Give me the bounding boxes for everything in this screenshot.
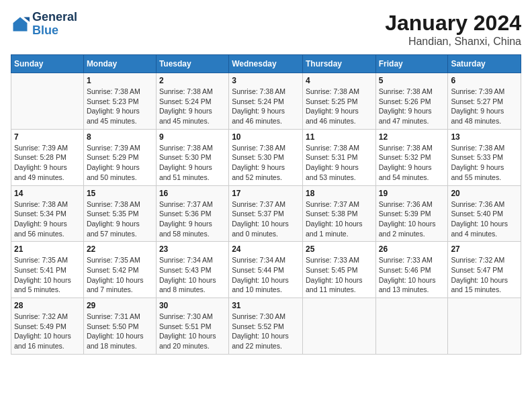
logo-icon [11, 15, 30, 34]
day-info: Sunrise: 7:31 AMSunset: 5:50 PMDaylight:… [87, 312, 153, 351]
day-number: 22 [87, 244, 153, 254]
day-number: 9 [159, 132, 226, 142]
calendar-cell: 3Sunrise: 7:38 AMSunset: 5:24 PMDaylight… [229, 73, 303, 130]
logo-text: General Blue [32, 11, 77, 38]
calendar-cell: 14Sunrise: 7:38 AMSunset: 5:34 PMDayligh… [11, 185, 84, 242]
day-info: Sunrise: 7:32 AMSunset: 5:49 PMDaylight:… [14, 312, 81, 351]
day-number: 26 [379, 244, 445, 254]
calendar-cell: 27Sunrise: 7:32 AMSunset: 5:47 PMDayligh… [448, 242, 521, 298]
calendar-table: Sunday Monday Tuesday Wednesday Thursday… [11, 54, 521, 355]
day-number: 19 [379, 189, 445, 198]
day-number: 4 [306, 76, 373, 85]
day-number: 24 [232, 244, 300, 254]
day-number: 10 [232, 132, 300, 142]
calendar-cell [375, 298, 448, 355]
day-number: 15 [87, 189, 153, 198]
day-info: Sunrise: 7:38 AMSunset: 5:30 PMDaylight:… [232, 143, 300, 183]
calendar-cell: 2Sunrise: 7:38 AMSunset: 5:24 PMDaylight… [156, 73, 228, 130]
day-info: Sunrise: 7:34 AMSunset: 5:43 PMDaylight:… [159, 255, 226, 295]
calendar-cell: 9Sunrise: 7:38 AMSunset: 5:30 PMDaylight… [156, 129, 228, 185]
week-row-5: 28Sunrise: 7:32 AMSunset: 5:49 PMDayligh… [11, 298, 521, 355]
calendar-cell: 19Sunrise: 7:36 AMSunset: 5:39 PMDayligh… [375, 185, 448, 242]
calendar-cell: 17Sunrise: 7:37 AMSunset: 5:37 PMDayligh… [229, 185, 303, 242]
day-info: Sunrise: 7:37 AMSunset: 5:38 PMDaylight:… [306, 199, 373, 239]
day-info: Sunrise: 7:38 AMSunset: 5:24 PMDaylight:… [232, 87, 300, 126]
col-friday: Friday [375, 55, 448, 73]
day-info: Sunrise: 7:37 AMSunset: 5:37 PMDaylight:… [232, 199, 300, 239]
header-row: Sunday Monday Tuesday Wednesday Thursday… [11, 55, 521, 73]
svg-marker-0 [13, 17, 28, 31]
day-number: 11 [306, 132, 373, 142]
day-number: 17 [232, 189, 300, 198]
calendar-cell: 21Sunrise: 7:35 AMSunset: 5:41 PMDayligh… [11, 242, 84, 298]
calendar-cell: 23Sunrise: 7:34 AMSunset: 5:43 PMDayligh… [156, 242, 228, 298]
day-number: 20 [451, 189, 518, 198]
calendar-cell: 5Sunrise: 7:38 AMSunset: 5:26 PMDaylight… [375, 73, 448, 130]
day-info: Sunrise: 7:39 AMSunset: 5:28 PMDaylight:… [14, 143, 81, 183]
logo: General Blue [11, 11, 77, 38]
day-number: 8 [87, 132, 153, 142]
day-number: 7 [14, 132, 81, 142]
col-tuesday: Tuesday [156, 55, 228, 73]
day-info: Sunrise: 7:35 AMSunset: 5:42 PMDaylight:… [87, 255, 153, 295]
day-number: 30 [159, 301, 226, 310]
day-number: 3 [232, 76, 300, 85]
calendar-cell: 28Sunrise: 7:32 AMSunset: 5:49 PMDayligh… [11, 298, 84, 355]
week-row-3: 14Sunrise: 7:38 AMSunset: 5:34 PMDayligh… [11, 185, 521, 242]
calendar-cell: 10Sunrise: 7:38 AMSunset: 5:30 PMDayligh… [229, 129, 303, 185]
calendar-body: 1Sunrise: 7:38 AMSunset: 5:23 PMDaylight… [11, 73, 521, 355]
calendar-cell: 30Sunrise: 7:30 AMSunset: 5:51 PMDayligh… [156, 298, 228, 355]
calendar-cell: 4Sunrise: 7:38 AMSunset: 5:25 PMDaylight… [302, 73, 375, 130]
day-number: 5 [379, 76, 445, 85]
day-number: 31 [232, 301, 300, 310]
day-info: Sunrise: 7:38 AMSunset: 5:25 PMDaylight:… [306, 87, 373, 126]
day-number: 13 [451, 132, 518, 142]
day-info: Sunrise: 7:38 AMSunset: 5:32 PMDaylight:… [379, 143, 445, 183]
day-info: Sunrise: 7:38 AMSunset: 5:30 PMDaylight:… [159, 143, 226, 183]
calendar-subtitle: Handian, Shanxi, China [385, 36, 521, 48]
day-info: Sunrise: 7:30 AMSunset: 5:52 PMDaylight:… [232, 312, 300, 351]
calendar-cell: 29Sunrise: 7:31 AMSunset: 5:50 PMDayligh… [83, 298, 156, 355]
day-number: 23 [159, 244, 226, 254]
week-row-2: 7Sunrise: 7:39 AMSunset: 5:28 PMDaylight… [11, 129, 521, 185]
day-number: 29 [87, 301, 153, 310]
day-info: Sunrise: 7:39 AMSunset: 5:27 PMDaylight:… [451, 87, 518, 126]
day-info: Sunrise: 7:36 AMSunset: 5:40 PMDaylight:… [451, 199, 518, 239]
week-row-1: 1Sunrise: 7:38 AMSunset: 5:23 PMDaylight… [11, 73, 521, 130]
calendar-cell: 24Sunrise: 7:34 AMSunset: 5:44 PMDayligh… [229, 242, 303, 298]
calendar-cell: 18Sunrise: 7:37 AMSunset: 5:38 PMDayligh… [302, 185, 375, 242]
day-number: 27 [451, 244, 518, 254]
day-info: Sunrise: 7:38 AMSunset: 5:34 PMDaylight:… [14, 199, 81, 239]
calendar-cell: 8Sunrise: 7:39 AMSunset: 5:29 PMDaylight… [83, 129, 156, 185]
page-header: General Blue January 2024 Handian, Shanx… [11, 11, 521, 48]
day-number: 12 [379, 132, 445, 142]
col-monday: Monday [83, 55, 156, 73]
calendar-cell: 13Sunrise: 7:38 AMSunset: 5:33 PMDayligh… [448, 129, 521, 185]
day-number: 1 [87, 76, 153, 85]
calendar-cell: 6Sunrise: 7:39 AMSunset: 5:27 PMDaylight… [448, 73, 521, 130]
calendar-cell: 22Sunrise: 7:35 AMSunset: 5:42 PMDayligh… [83, 242, 156, 298]
day-info: Sunrise: 7:35 AMSunset: 5:41 PMDaylight:… [14, 255, 81, 295]
day-info: Sunrise: 7:38 AMSunset: 5:35 PMDaylight:… [87, 199, 153, 239]
day-info: Sunrise: 7:33 AMSunset: 5:45 PMDaylight:… [306, 255, 373, 295]
day-info: Sunrise: 7:38 AMSunset: 5:26 PMDaylight:… [379, 87, 445, 126]
day-number: 6 [451, 76, 518, 85]
day-number: 14 [14, 189, 81, 198]
calendar-cell: 1Sunrise: 7:38 AMSunset: 5:23 PMDaylight… [83, 73, 156, 130]
calendar-cell: 16Sunrise: 7:37 AMSunset: 5:36 PMDayligh… [156, 185, 228, 242]
calendar-cell: 31Sunrise: 7:30 AMSunset: 5:52 PMDayligh… [229, 298, 303, 355]
day-info: Sunrise: 7:33 AMSunset: 5:46 PMDaylight:… [379, 255, 445, 295]
col-wednesday: Wednesday [229, 55, 303, 73]
day-info: Sunrise: 7:38 AMSunset: 5:33 PMDaylight:… [451, 143, 518, 183]
day-number: 28 [14, 301, 81, 310]
day-info: Sunrise: 7:39 AMSunset: 5:29 PMDaylight:… [87, 143, 153, 183]
day-info: Sunrise: 7:37 AMSunset: 5:36 PMDaylight:… [159, 199, 226, 239]
calendar-cell: 7Sunrise: 7:39 AMSunset: 5:28 PMDaylight… [11, 129, 84, 185]
col-thursday: Thursday [302, 55, 375, 73]
day-info: Sunrise: 7:38 AMSunset: 5:23 PMDaylight:… [87, 87, 153, 126]
calendar-cell [448, 298, 521, 355]
calendar-cell: 25Sunrise: 7:33 AMSunset: 5:45 PMDayligh… [302, 242, 375, 298]
calendar-cell: 12Sunrise: 7:38 AMSunset: 5:32 PMDayligh… [375, 129, 448, 185]
calendar-cell: 11Sunrise: 7:38 AMSunset: 5:31 PMDayligh… [302, 129, 375, 185]
calendar-cell: 26Sunrise: 7:33 AMSunset: 5:46 PMDayligh… [375, 242, 448, 298]
